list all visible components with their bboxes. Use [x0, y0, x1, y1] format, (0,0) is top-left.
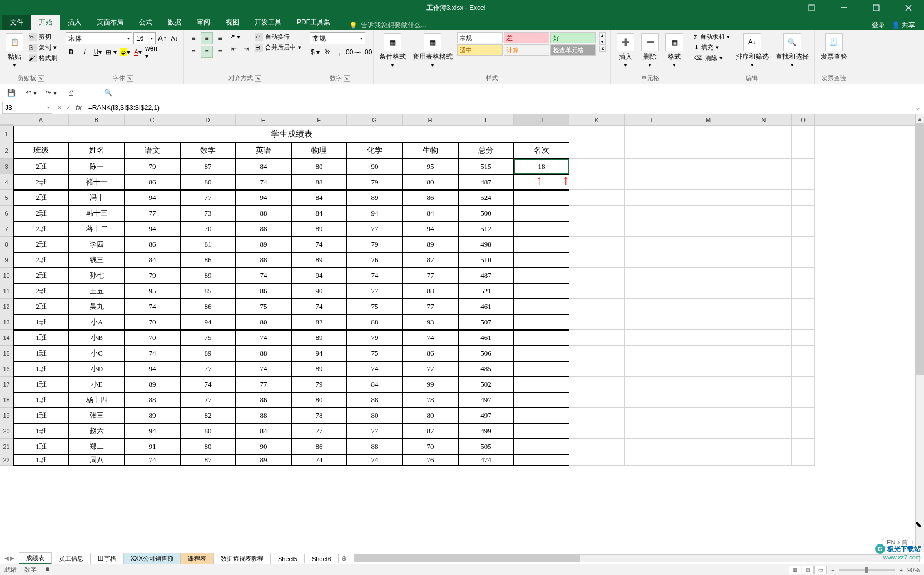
grid-cell[interactable]: 小B	[69, 330, 125, 346]
grid-cell[interactable]	[514, 392, 569, 408]
grid-cell[interactable]: 80	[180, 423, 236, 439]
grid-cell[interactable]: 小A	[69, 314, 125, 330]
tab-home[interactable]: 开始	[31, 15, 60, 30]
share-button[interactable]: 👤 共享	[892, 21, 915, 30]
grid-cell[interactable]	[625, 283, 680, 299]
grid-cell[interactable]: 485	[458, 361, 514, 377]
grid-cell[interactable]: 89	[291, 221, 347, 237]
table-header-cell[interactable]: 物理	[291, 142, 347, 159]
grid-cell[interactable]	[625, 221, 680, 237]
grid-cell[interactable]: 94	[403, 221, 458, 237]
grid-cell[interactable]: 89	[291, 252, 347, 268]
style-good[interactable]: 好	[550, 32, 596, 43]
font-size-dropdown[interactable]: 16▾	[133, 32, 156, 44]
grid-cell[interactable]	[569, 206, 625, 221]
grid-cell[interactable]: 1班	[13, 408, 69, 423]
expand-formula-bar-icon[interactable]: ⌄	[912, 104, 924, 112]
grid-cell[interactable]: 杨十四	[69, 392, 125, 408]
select-all-button[interactable]	[0, 114, 13, 125]
grid-cell[interactable]: 88	[403, 283, 458, 299]
grid-cell[interactable]: 74	[125, 299, 180, 314]
font-name-dropdown[interactable]: 宋体▾	[66, 32, 132, 44]
grid-cell[interactable]	[625, 330, 680, 346]
grid-cell[interactable]: 70	[125, 314, 180, 330]
grid-cell[interactable]: 70	[125, 330, 180, 346]
grid-cell[interactable]: 88	[291, 174, 347, 190]
grid-cell[interactable]: 钱三	[69, 252, 125, 268]
grid-cell[interactable]	[792, 283, 815, 299]
grid-cell[interactable]: 80	[347, 408, 403, 423]
grid-cell[interactable]	[736, 423, 792, 439]
grid-cell[interactable]	[680, 330, 736, 346]
grid-cell[interactable]: 77	[180, 392, 236, 408]
table-header-cell[interactable]: 数学	[180, 142, 236, 159]
grid-cell[interactable]: 1班	[13, 454, 69, 466]
grid-cell[interactable]: 韩十三	[69, 206, 125, 221]
grid-cell[interactable]: 84	[291, 206, 347, 221]
grid-cell[interactable]: 94	[180, 314, 236, 330]
grid-cell[interactable]: 84	[236, 423, 291, 439]
grid-cell[interactable]	[680, 283, 736, 299]
tab-insert[interactable]: 插入	[60, 15, 89, 30]
grid-cell[interactable]: 70	[403, 439, 458, 454]
italic-button[interactable]: I	[79, 47, 90, 58]
grid-cell[interactable]: 94	[291, 346, 347, 361]
grid-cell[interactable]: 1班	[13, 377, 69, 392]
style-scroll-up-icon[interactable]: ▴	[599, 32, 606, 38]
row-header[interactable]: 3	[0, 159, 13, 174]
grid-cell[interactable]: 77	[403, 268, 458, 283]
sheet-tab[interactable]: 成绩表	[19, 552, 52, 564]
grid-cell[interactable]: 82	[291, 314, 347, 330]
bold-button[interactable]: B	[66, 47, 77, 58]
table-header-cell[interactable]: 化学	[347, 142, 403, 159]
grid-cell[interactable]: 79	[291, 377, 347, 392]
grid-cell[interactable]	[680, 408, 736, 423]
grid-cell[interactable]	[569, 221, 625, 237]
grid-cell[interactable]: 74	[291, 299, 347, 314]
row-header[interactable]: 16	[0, 361, 13, 377]
grid-cell[interactable]: 507	[458, 314, 514, 330]
dialog-launcher-icon[interactable]: ⬊	[255, 75, 261, 82]
grid-cell[interactable]	[792, 268, 815, 283]
grid-cell[interactable]	[625, 314, 680, 330]
align-left-button[interactable]: ≡	[187, 46, 200, 58]
grid-cell[interactable]: 2班	[13, 268, 69, 283]
grid-cell[interactable]: 小C	[69, 346, 125, 361]
grid-cell[interactable]	[569, 159, 625, 174]
find-select-button[interactable]: 🔍查找和选择▼	[773, 32, 811, 69]
grid-cell[interactable]: 1班	[13, 361, 69, 377]
grid-cell[interactable]: 80	[291, 159, 347, 174]
tab-file[interactable]: 文件	[2, 15, 31, 30]
grid-cell[interactable]: 74	[236, 174, 291, 190]
grid-cell[interactable]	[792, 221, 815, 237]
grid-cell[interactable]	[514, 377, 569, 392]
grid-cell[interactable]	[792, 190, 815, 206]
grid-cell[interactable]: 487	[458, 268, 514, 283]
table-header-cell[interactable]: 总分	[458, 142, 514, 159]
row-header[interactable]: 8	[0, 237, 13, 252]
grid-cell[interactable]	[736, 190, 792, 206]
tab-view[interactable]: 视图	[218, 15, 247, 30]
dialog-launcher-icon[interactable]: ⬊	[38, 75, 44, 82]
column-header[interactable]: E	[236, 114, 291, 125]
grid-cell[interactable]: 86	[125, 174, 180, 190]
row-header[interactable]: 9	[0, 252, 13, 268]
grid-cell[interactable]: 89	[236, 237, 291, 252]
zoom-in-button[interactable]: +	[900, 567, 903, 573]
style-check[interactable]: 检查单元格	[550, 44, 596, 56]
grid-cell[interactable]	[680, 377, 736, 392]
grid-cell[interactable]	[569, 268, 625, 283]
grid-cell[interactable]: 497	[458, 408, 514, 423]
row-header[interactable]: 21	[0, 439, 13, 454]
grid-cell[interactable]: 2班	[13, 206, 69, 221]
grid-cell[interactable]	[625, 299, 680, 314]
grid-cell[interactable]: 77	[180, 190, 236, 206]
row-header[interactable]: 19	[0, 408, 13, 423]
grid-cell[interactable]: 74	[291, 237, 347, 252]
grid-cell[interactable]: 周八	[69, 454, 125, 466]
grid-cell[interactable]	[569, 439, 625, 454]
grid-cell[interactable]	[680, 314, 736, 330]
grid-cell[interactable]: 89	[125, 408, 180, 423]
grid-cell[interactable]	[625, 159, 680, 174]
cut-button[interactable]: ✂剪切	[28, 32, 58, 42]
